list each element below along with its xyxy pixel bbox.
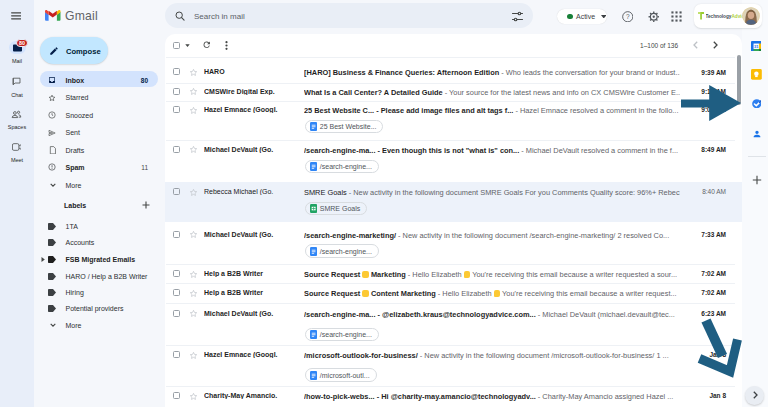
svg-text:31: 31: [753, 44, 758, 49]
svg-text:?: ?: [625, 13, 629, 20]
